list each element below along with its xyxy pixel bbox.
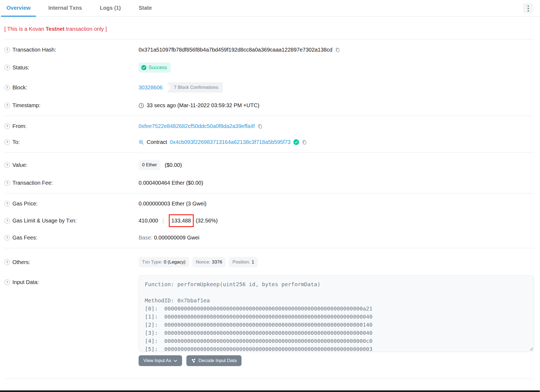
row-gas-price: ? Gas Price: 0.000000003 Ether (3 Gwei) bbox=[0, 196, 540, 212]
status-text: Success bbox=[149, 65, 167, 70]
block-label: Block: bbox=[12, 85, 27, 91]
row-gas-fees: ? Gas Fees: Base: 0.000000009 Gwei bbox=[0, 230, 540, 246]
base-fee-value: 0.000000009 Gwei bbox=[154, 235, 199, 241]
gas-limit-value: 410,000 bbox=[139, 218, 158, 224]
help-icon[interactable]: ? bbox=[4, 218, 10, 224]
decode-icon bbox=[191, 358, 196, 363]
help-icon[interactable]: ? bbox=[4, 201, 10, 207]
gas-limit-label: Gas Limit & Usage by Txn: bbox=[12, 218, 77, 224]
testnet-banner: [ This is a Kovan Testnet transaction on… bbox=[0, 17, 540, 39]
gas-price-value: 0.000000003 Ether (3 Gwei) bbox=[139, 201, 206, 207]
help-icon[interactable]: ? bbox=[4, 139, 10, 145]
section-parties: ? From: 0xfee7522e8482682cf50ddc50a0f8da… bbox=[0, 116, 540, 152]
help-icon[interactable]: ? bbox=[4, 259, 10, 265]
block-number-link[interactable]: 30328606 bbox=[139, 85, 163, 91]
usd-value: ($0.00) bbox=[165, 162, 182, 168]
to-contract-prefix: Contract bbox=[147, 139, 167, 145]
gas-used-highlight-box: 133,488 bbox=[169, 214, 194, 227]
help-icon[interactable]: ? bbox=[4, 65, 10, 70]
status-badge: Success bbox=[139, 63, 171, 73]
from-address-link[interactable]: 0xfee7522e8482682cf50ddc50a0f8da2a39effa… bbox=[139, 123, 255, 129]
transaction-overview-page: Overview Internal Txns Logs (1) State [ … bbox=[0, 0, 540, 392]
help-icon[interactable]: ? bbox=[4, 123, 10, 129]
clock-icon bbox=[139, 103, 144, 108]
banner-prefix: [ This is a Kovan bbox=[4, 26, 46, 32]
section-value: ? Value: 0 Ether ($0.00) ? Transaction F… bbox=[0, 153, 540, 193]
timestamp-value: 33 secs ago (Mar-11-2022 03:59:32 PM +UT… bbox=[147, 102, 259, 109]
tx-fee-value: 0.000400464 Ether ($0.00) bbox=[139, 180, 203, 186]
copy-icon[interactable] bbox=[302, 140, 307, 145]
input-data-label: Input Data: bbox=[12, 279, 39, 285]
banner-suffix: transaction only ] bbox=[65, 26, 107, 32]
chevron-down-icon bbox=[174, 360, 177, 362]
row-others: ? Others: Txn Type:0 (Legacy) Nonce:3376… bbox=[0, 251, 540, 274]
gas-used-value: 133,488 bbox=[172, 218, 191, 224]
help-icon[interactable]: ? bbox=[4, 47, 10, 53]
row-gas-limit-usage: ? Gas Limit & Usage by Txn: 410,000 | 13… bbox=[0, 212, 540, 230]
block-confirmations-badge: 7 Block Confirmations bbox=[167, 82, 223, 93]
pipe-separator: | bbox=[162, 218, 164, 224]
section-gas: ? Gas Price: 0.000000003 Ether (3 Gwei) … bbox=[0, 194, 540, 248]
resize-grip[interactable] bbox=[529, 346, 533, 350]
status-label: Status: bbox=[12, 65, 29, 71]
help-icon[interactable]: ? bbox=[4, 279, 10, 285]
copy-icon[interactable] bbox=[257, 124, 263, 129]
verified-check-icon bbox=[293, 139, 299, 145]
txn-type-badge: Txn Type:0 (Legacy) bbox=[139, 257, 189, 267]
value-label: Value: bbox=[12, 162, 27, 168]
others-label: Others: bbox=[12, 259, 30, 265]
row-from: ? From: 0xfee7522e8482682cf50ddc50a0f8da… bbox=[0, 118, 540, 134]
help-icon[interactable]: ? bbox=[4, 162, 10, 168]
row-status: ? Status: Success bbox=[0, 58, 540, 77]
tx-hash-label: Transaction Hash: bbox=[12, 47, 56, 53]
zoom-in-icon[interactable] bbox=[139, 140, 144, 145]
to-address-link[interactable]: 0x4cb093f226983713164a62138c3f718a5b595f… bbox=[170, 139, 291, 145]
ether-value-badge: 0 Ether bbox=[139, 160, 160, 170]
check-circle-icon bbox=[141, 65, 146, 70]
from-label: From: bbox=[12, 123, 26, 129]
row-transaction-fee: ? Transaction Fee: 0.000400464 Ether ($0… bbox=[0, 175, 540, 191]
tab-logs[interactable]: Logs (1) bbox=[94, 0, 126, 17]
row-transaction-hash: ? Transaction Hash: 0x371a51097fb78df856… bbox=[0, 42, 540, 58]
help-icon[interactable]: ? bbox=[4, 103, 10, 108]
base-fee-label: Base: bbox=[139, 235, 152, 241]
input-data-content: Function: performUpkeep(uint256 id, byte… bbox=[145, 281, 373, 352]
help-icon[interactable]: ? bbox=[4, 85, 10, 90]
divider bbox=[4, 379, 534, 379]
decode-input-data-button[interactable]: Decode Input Data bbox=[186, 355, 242, 366]
gas-used-percent: (32.56%) bbox=[196, 218, 218, 224]
gas-price-label: Gas Price: bbox=[12, 201, 38, 207]
input-data-actions: View Input As Decode Input Data bbox=[139, 355, 534, 366]
tab-state[interactable]: State bbox=[133, 0, 157, 17]
position-badge: Position:1 bbox=[229, 257, 258, 267]
bottom-bar bbox=[0, 390, 540, 392]
tx-fee-label: Transaction Fee: bbox=[12, 180, 53, 186]
section-others: ? Others: Txn Type:0 (Legacy) Nonce:3376… bbox=[0, 248, 540, 368]
row-value: ? Value: 0 Ether ($0.00) bbox=[0, 155, 540, 175]
help-icon[interactable]: ? bbox=[4, 180, 10, 186]
banner-bold: Testnet bbox=[46, 26, 65, 32]
nonce-badge: Nonce:3376 bbox=[192, 257, 226, 267]
section-summary: ? Transaction Hash: 0x371a51097fb78df856… bbox=[0, 40, 540, 116]
kebab-menu-button[interactable] bbox=[523, 3, 533, 13]
gas-fees-label: Gas Fees: bbox=[12, 235, 37, 241]
tab-bar: Overview Internal Txns Logs (1) State bbox=[0, 0, 540, 17]
input-data-textarea[interactable]: Function: performUpkeep(uint256 id, byte… bbox=[139, 275, 534, 352]
row-to: ? To: Contract 0x4cb093f226983713164a621… bbox=[0, 134, 540, 150]
help-icon[interactable]: ? bbox=[4, 235, 10, 241]
row-timestamp: ? Timestamp: 33 secs ago (Mar-11-2022 03… bbox=[0, 97, 540, 113]
tx-hash-value: 0x371a51097fb78df856f8b4a7bd459f192d8cc8… bbox=[139, 47, 332, 53]
tab-overview[interactable]: Overview bbox=[1, 0, 36, 17]
row-block: ? Block: 30328606 7 Block Confirmations bbox=[0, 77, 540, 97]
copy-icon[interactable] bbox=[335, 47, 340, 53]
timestamp-label: Timestamp: bbox=[12, 102, 41, 109]
view-input-as-button[interactable]: View Input As bbox=[139, 355, 182, 366]
tab-internal-txns[interactable]: Internal Txns bbox=[43, 0, 87, 17]
row-input-data: ? Input Data: Function: performUpkeep(ui… bbox=[0, 274, 540, 352]
to-label: To: bbox=[12, 139, 20, 145]
